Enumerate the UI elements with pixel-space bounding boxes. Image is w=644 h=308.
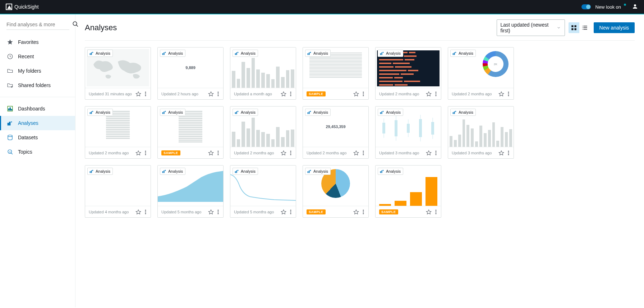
more-icon[interactable] bbox=[360, 209, 366, 215]
more-icon[interactable] bbox=[215, 150, 221, 156]
sidebar-item-topics[interactable]: Q Topics bbox=[0, 145, 75, 159]
more-icon[interactable] bbox=[506, 91, 511, 97]
more-icon[interactable] bbox=[433, 209, 439, 215]
favorite-icon[interactable] bbox=[426, 150, 432, 156]
favorite-icon[interactable] bbox=[353, 150, 359, 156]
more-icon[interactable] bbox=[288, 150, 294, 156]
svg-rect-86 bbox=[380, 112, 381, 114]
analysis-card[interactable]: AnalysisSAMPLE bbox=[303, 165, 369, 218]
type-badge: Analysis bbox=[305, 109, 331, 116]
favorite-icon[interactable] bbox=[208, 150, 214, 156]
svg-point-78 bbox=[290, 153, 291, 153]
favorite-icon[interactable] bbox=[208, 91, 214, 97]
favorite-icon[interactable] bbox=[135, 209, 141, 215]
svg-point-37 bbox=[218, 95, 218, 96]
favorite-icon[interactable] bbox=[135, 150, 141, 156]
more-icon[interactable] bbox=[143, 150, 148, 156]
svg-line-14 bbox=[11, 153, 13, 154]
more-icon[interactable] bbox=[143, 91, 148, 97]
svg-point-31 bbox=[145, 95, 146, 96]
type-badge: Analysis bbox=[87, 168, 113, 175]
new-look-toggle[interactable] bbox=[581, 4, 591, 9]
more-icon[interactable] bbox=[433, 150, 439, 156]
favorite-icon[interactable] bbox=[281, 150, 286, 156]
favorite-icon[interactable] bbox=[498, 150, 504, 156]
updated-label: Updated 2 months ago bbox=[234, 151, 274, 155]
topbar: QuickSight New look on bbox=[0, 0, 644, 14]
sidebar-item-recent[interactable]: Recent bbox=[0, 49, 75, 64]
svg-rect-68 bbox=[162, 112, 163, 114]
svg-point-101 bbox=[145, 210, 146, 210]
analysis-card[interactable]: AnalysisUpdated 31 minutes ago bbox=[85, 47, 151, 100]
analysis-card[interactable]: AnalysisUpdated 4 months ago bbox=[85, 165, 151, 218]
analysis-card[interactable]: AnalysisUpdated 5 months ago bbox=[230, 165, 296, 218]
more-icon[interactable] bbox=[215, 209, 221, 215]
search-row bbox=[0, 19, 75, 32]
analysis-card[interactable]: AnalysisSAMPLE bbox=[303, 47, 369, 100]
card-actions bbox=[353, 91, 366, 97]
analysis-card[interactable]: Analysis9,889Updated 2 hours ago bbox=[157, 47, 224, 100]
analysis-card[interactable]: AnalysisSAMPLE bbox=[157, 106, 224, 159]
more-icon[interactable] bbox=[506, 150, 511, 156]
favorite-icon[interactable] bbox=[353, 91, 359, 97]
favorite-icon[interactable] bbox=[498, 91, 504, 97]
favorite-icon[interactable] bbox=[208, 209, 214, 215]
card-footer: Updated 3 months ago bbox=[448, 147, 514, 158]
svg-rect-87 bbox=[381, 112, 382, 114]
card-actions bbox=[498, 150, 511, 156]
analysis-card[interactable]: AnalysisUpdated a month ago bbox=[230, 47, 296, 100]
updated-label: Updated 2 hours ago bbox=[161, 92, 198, 96]
svg-rect-117 bbox=[309, 171, 309, 173]
analysis-card[interactable]: AnalysisUpdated 2 months ago bbox=[85, 106, 151, 159]
analyses-grid: AnalysisUpdated 31 minutes agoAnalysis9,… bbox=[85, 47, 635, 218]
card-actions bbox=[281, 209, 294, 215]
card-actions bbox=[135, 91, 148, 97]
sidebar-item-favorites[interactable]: Favorites bbox=[0, 35, 75, 49]
analysis-card[interactable]: AnalysisUpdated 5 months ago bbox=[157, 165, 224, 218]
analysis-card[interactable]: AnalysisUpdated 3 months ago bbox=[448, 106, 514, 159]
svg-rect-122 bbox=[380, 171, 381, 173]
sidebar-item-analyses[interactable]: Analyses bbox=[0, 116, 75, 130]
list-view-button[interactable] bbox=[579, 22, 590, 33]
more-icon[interactable] bbox=[433, 91, 439, 97]
analysis-card[interactable]: AnalysisUpdated 2 months ago bbox=[230, 106, 296, 159]
favorite-icon[interactable] bbox=[426, 91, 432, 97]
sidebar-item-my-folders[interactable]: My folders bbox=[0, 64, 75, 78]
svg-point-84 bbox=[363, 153, 364, 153]
sidebar-item-shared-folders[interactable]: Shared folders bbox=[0, 78, 75, 92]
sidebar-item-dashboards[interactable]: Dashboards bbox=[0, 101, 75, 116]
svg-rect-17 bbox=[574, 25, 576, 27]
sort-dropdown[interactable]: Last updated (newest first) bbox=[497, 19, 565, 36]
analysis-card[interactable]: Analysis2KUpdated 2 months ago bbox=[448, 47, 514, 100]
grid-view-button[interactable] bbox=[569, 22, 579, 33]
favorite-icon[interactable] bbox=[426, 209, 432, 215]
svg-rect-26 bbox=[90, 53, 91, 55]
favorite-icon[interactable] bbox=[353, 209, 359, 215]
search-input[interactable] bbox=[6, 19, 69, 30]
more-icon[interactable] bbox=[288, 91, 294, 97]
more-icon[interactable] bbox=[288, 209, 294, 215]
svg-point-95 bbox=[508, 151, 509, 151]
more-icon[interactable] bbox=[143, 209, 148, 215]
app-logo[interactable]: QuickSight bbox=[6, 4, 39, 10]
user-menu-icon[interactable] bbox=[632, 3, 638, 11]
sidebar-item-datasets[interactable]: Datasets bbox=[0, 130, 75, 145]
svg-point-60 bbox=[508, 94, 509, 94]
more-icon[interactable] bbox=[215, 91, 221, 97]
card-footer: SAMPLE bbox=[376, 206, 441, 217]
svg-point-41 bbox=[290, 92, 291, 92]
favorite-icon[interactable] bbox=[281, 91, 286, 97]
analysis-card[interactable]: Analysis29,453,359Updated 2 months ago bbox=[303, 106, 369, 159]
type-badge: Analysis bbox=[160, 50, 185, 57]
favorite-icon[interactable] bbox=[135, 91, 141, 97]
analysis-card[interactable]: AnalysisUpdated 3 months ago bbox=[375, 106, 441, 159]
more-icon[interactable] bbox=[360, 150, 366, 156]
card-actions bbox=[426, 91, 439, 97]
analysis-card[interactable]: AnalysisSAMPLE bbox=[375, 165, 441, 218]
more-icon[interactable] bbox=[360, 91, 366, 97]
favorite-icon[interactable] bbox=[281, 209, 286, 215]
svg-rect-99 bbox=[91, 171, 92, 173]
analysis-card[interactable]: AnalysisUpdated 2 months ago bbox=[375, 47, 441, 100]
new-analysis-button[interactable]: New analysis bbox=[594, 22, 635, 33]
card-footer: SAMPLE bbox=[303, 88, 368, 99]
